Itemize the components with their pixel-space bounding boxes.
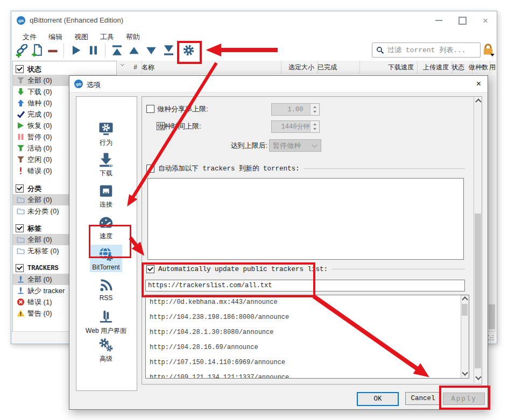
toolbar-separator (64, 44, 64, 58)
groupbox-line (304, 168, 465, 169)
funnel-icon (17, 76, 25, 84)
window-controls: × (435, 11, 488, 30)
auto-update-group: Automatically update public trackers lis… (146, 265, 465, 273)
spin-buttons[interactable] (310, 121, 319, 132)
reached-limit-dropdown[interactable]: 暂停做种 (269, 139, 321, 152)
categories-checkbox[interactable] (16, 184, 24, 193)
minimize-icon[interactable] (435, 20, 442, 21)
dialog-title: 选项 (87, 80, 101, 90)
menu-edit[interactable]: 编辑 (43, 31, 68, 42)
status-checkbox[interactable] (16, 65, 24, 73)
folder-icon (17, 207, 25, 215)
scrollbar-thumb[interactable] (475, 213, 481, 368)
dialog-titlebar: qb 选项 × (69, 76, 488, 92)
auto-update-checkbox[interactable] (146, 265, 154, 273)
trackers-checkbox[interactable] (16, 264, 24, 272)
menu-tools[interactable]: 工具 (94, 31, 120, 42)
dialog-logo: qb (74, 80, 83, 88)
toolbar-separator (105, 44, 105, 58)
table-scrollbar[interactable] (488, 74, 496, 331)
scrollbar-thumb[interactable] (462, 304, 468, 316)
torrent-table-header: # 名称 选定大小 已完成 下载速度 上传速度 状态 做种数 用户 (116, 61, 496, 75)
nav-speed[interactable]: 速度 (77, 213, 135, 242)
move-top-button[interactable] (111, 45, 123, 56)
additional-trackers-textarea[interactable] (147, 178, 464, 260)
tracker-url: http://107.150.14.110:6969/announce (150, 359, 285, 366)
seed-time-spinbox[interactable]: 1440分钟 (271, 120, 320, 133)
ok-button[interactable]: OK (357, 392, 399, 406)
nav-advanced[interactable]: 高级 (77, 336, 135, 365)
scroll-up-icon[interactable] (462, 296, 468, 302)
resize-grip[interactable] (488, 335, 489, 336)
search-icon (376, 46, 384, 54)
remove-button[interactable] (47, 46, 58, 56)
column-user[interactable]: 用户 (488, 61, 496, 74)
column-done[interactable]: 已完成 (314, 61, 360, 74)
add-file-button[interactable] (32, 44, 44, 56)
auto-update-label: Automatically update public trackers lis… (158, 266, 328, 273)
apply-button[interactable]: Apply (443, 393, 485, 405)
tracker-icon (17, 287, 25, 295)
scroll-up-icon[interactable] (475, 98, 481, 104)
scrollbar-thumb[interactable] (489, 304, 495, 329)
tracker-url: http://104.28.16.69/announce (150, 344, 258, 351)
reached-limit-label: 达到上限后: (207, 141, 267, 151)
search-input[interactable]: 过滤 torrent 列表... (372, 42, 481, 58)
lock-caret-icon (490, 54, 495, 56)
nav-bittorrent[interactable]: BitTorrent (77, 245, 135, 272)
tags-checkbox[interactable] (16, 224, 24, 232)
scroll-down-icon[interactable] (475, 374, 481, 380)
error-icon (17, 298, 25, 306)
options-gear-icon[interactable] (182, 44, 195, 57)
folder-icon (17, 236, 25, 244)
maximize-icon[interactable] (458, 17, 467, 25)
menubar: 文件 编辑 视图 工具 帮助 (17, 31, 146, 42)
cancel-button[interactable]: Cancel (405, 392, 441, 405)
move-down-button[interactable] (146, 45, 157, 56)
nav-rss[interactable]: RSS (77, 275, 135, 303)
menu-view[interactable]: 视图 (68, 31, 94, 42)
tracker-list-url-input[interactable]: https://trackerslist.com/all.txt (145, 280, 465, 291)
column-name[interactable]: 名称 (137, 61, 281, 74)
section-status: 状态 (13, 63, 117, 75)
column-size[interactable]: 选定大小 (277, 61, 318, 74)
funnel-icon (17, 144, 25, 152)
move-bottom-button[interactable] (163, 45, 174, 56)
nav-behavior[interactable]: 行为 (77, 119, 135, 148)
funnel-icon (17, 155, 25, 163)
auto-add-trackers-label: 自动添加以下 trackers 到新的 torrents: (158, 164, 300, 173)
folder-icon (17, 247, 25, 255)
warning-icon (17, 309, 25, 317)
options-dialog: qb 选项 × 行为 下载 连接 速度 BitTorrent RSS Web 用… (69, 75, 488, 410)
nav-downloads[interactable]: 下载 (77, 150, 135, 179)
nav-connection[interactable]: 连接 (77, 181, 135, 210)
add-link-button[interactable] (16, 44, 29, 58)
main-titlebar: qb qBittorrent (Enhanced Edition) × (11, 11, 497, 30)
auto-add-trackers-group: 自动添加以下 trackers 到新的 torrents: (146, 164, 465, 173)
resume-button[interactable] (70, 45, 82, 56)
share-ratio-spinbox[interactable]: 1.00 (271, 103, 320, 116)
spin-buttons[interactable] (310, 104, 319, 115)
close-icon[interactable]: × (483, 16, 488, 25)
auto-add-trackers-checkbox[interactable] (146, 165, 154, 173)
options-nav: 行为 下载 连接 速度 BitTorrent RSS Web 用户界面 高级 (76, 96, 137, 391)
menu-file[interactable]: 文件 (17, 31, 43, 42)
menu-help[interactable]: 帮助 (120, 31, 146, 42)
tracker-list-scrollbar[interactable] (461, 295, 469, 378)
pause-button[interactable] (88, 45, 99, 56)
dialog-close-icon[interactable]: × (476, 79, 481, 89)
scroll-down-icon[interactable] (462, 369, 468, 375)
move-up-button[interactable] (129, 45, 139, 56)
column-upspeed[interactable]: 上传速度 (414, 61, 453, 74)
seed-time-label: 做种时间上限: (157, 122, 201, 131)
nav-webui[interactable]: Web 用户界面 (77, 308, 135, 337)
screen: { "window": { "logo": "qb", "title": "qB… (0, 0, 508, 420)
share-ratio-label: 做种分享率上限: (157, 104, 208, 114)
column-seeds[interactable]: 做种数 (469, 61, 490, 74)
public-trackers-list[interactable]: http://0d.kebhana.mx:443/announce http:/… (145, 295, 469, 379)
share-ratio-checkbox[interactable] (146, 105, 154, 113)
exclamation-icon (17, 167, 25, 175)
pane-scrollbar[interactable] (474, 97, 482, 383)
column-dlspeed[interactable]: 下载速度 (356, 61, 418, 74)
window-title: qBittorrent (Enhanced Edition) (30, 16, 123, 24)
